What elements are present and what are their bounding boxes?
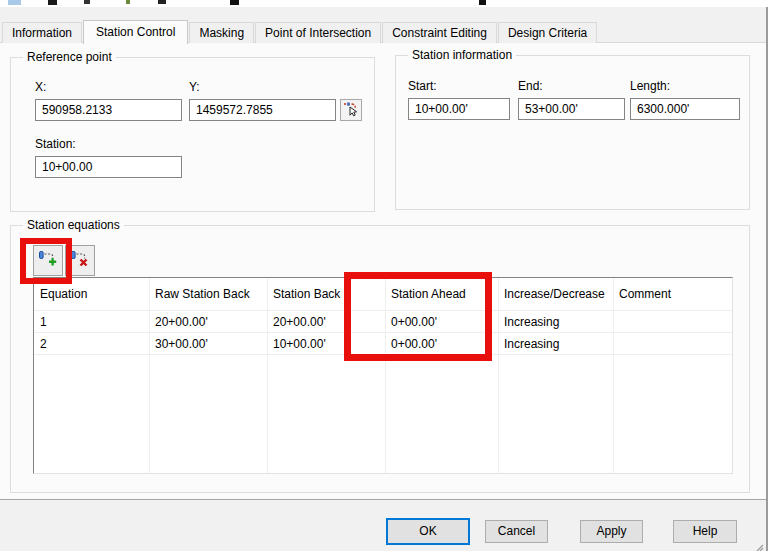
group-title: Station equations — [23, 218, 124, 232]
cell-station-ahead[interactable]: 0+00.00' — [385, 311, 498, 332]
tab-masking[interactable]: Masking — [189, 22, 254, 43]
column-divider — [267, 278, 268, 473]
station-control-dialog: Information Station Control Masking Poin… — [0, 0, 768, 551]
length-label: Length: — [630, 79, 670, 93]
screen-edge-fragment — [158, 0, 166, 4]
y-label: Y: — [189, 80, 200, 94]
add-station-equation-button[interactable] — [33, 245, 63, 276]
column-header-raw-station-back[interactable]: Raw Station Back — [149, 278, 267, 310]
tab-bar: Information Station Control Masking Poin… — [2, 20, 598, 43]
screen-edge-fragment — [48, 0, 57, 5]
cell-station-ahead[interactable]: 0+00.00' — [385, 333, 498, 354]
screen-edge-fragment — [479, 0, 486, 5]
start-label: Start: — [408, 79, 437, 93]
column-header-station-back[interactable]: Station Back — [267, 278, 385, 310]
screen-edge-fragment — [84, 0, 90, 4]
column-divider — [385, 278, 386, 473]
column-divider — [149, 278, 150, 473]
end-label: End: — [518, 79, 543, 93]
tab-design-criteria[interactable]: Design Criteria — [498, 22, 597, 43]
screen-edge-fragment — [126, 0, 130, 4]
tab-constraint-editing[interactable]: Constraint Editing — [382, 22, 497, 43]
resize-grip[interactable] — [756, 541, 764, 549]
ok-button[interactable]: OK — [386, 518, 470, 545]
screen-edge-fragment — [8, 0, 21, 5]
pick-point-button[interactable] — [340, 99, 362, 121]
end-field[interactable]: 53+00.00' — [518, 98, 625, 120]
column-header-increase-decrease[interactable]: Increase/Decrease — [498, 278, 613, 310]
dialog-button-strip — [0, 501, 766, 551]
cell-comment[interactable] — [613, 333, 732, 354]
table-row[interactable]: 2 30+00.00' 10+00.00' 0+00.00' Increasin… — [34, 333, 732, 355]
tab-point-of-intersection[interactable]: Point of Intersection — [255, 22, 381, 43]
x-label: X: — [35, 80, 46, 94]
cell-station-back[interactable]: 20+00.00' — [267, 311, 385, 332]
cell-increase-decrease[interactable]: Increasing — [498, 311, 613, 332]
column-header-station-ahead[interactable]: Station Ahead — [385, 278, 498, 310]
cancel-button[interactable]: Cancel — [485, 520, 548, 543]
help-button[interactable]: Help — [673, 520, 737, 543]
table-row[interactable]: 1 20+00.00' 20+00.00' 0+00.00' Increasin… — [34, 311, 732, 333]
group-title: Reference point — [23, 50, 116, 64]
screen-edge-fragment — [230, 0, 239, 5]
tab-station-control[interactable]: Station Control — [83, 20, 188, 44]
screen-top-strip — [0, 0, 768, 7]
cell-station-back[interactable]: 10+00.00' — [267, 333, 385, 354]
cell-raw-station-back[interactable]: 20+00.00' — [149, 311, 267, 332]
x-field[interactable]: 590958.2133 — [35, 99, 182, 121]
length-field[interactable]: 6300.000' — [630, 98, 740, 120]
column-divider — [498, 278, 499, 473]
cell-increase-decrease[interactable]: Increasing — [498, 333, 613, 354]
add-station-equation-icon — [38, 250, 58, 271]
column-divider — [613, 278, 614, 473]
column-header-equation[interactable]: Equation — [34, 278, 149, 310]
station-information-group: Station information — [395, 55, 750, 210]
delete-station-equation-button[interactable] — [65, 245, 95, 276]
y-field[interactable]: 1459572.7855 — [189, 99, 336, 121]
table-header-row: Equation Raw Station Back Station Back S… — [34, 278, 732, 311]
cell-equation[interactable]: 2 — [34, 333, 149, 354]
pick-point-on-screen-icon — [343, 101, 359, 120]
start-field[interactable]: 10+00.00' — [408, 98, 510, 120]
column-header-comment[interactable]: Comment — [613, 278, 732, 310]
station-field[interactable]: 10+00.00 — [35, 156, 182, 178]
station-label: Station: — [35, 137, 76, 151]
apply-button[interactable]: Apply — [580, 520, 643, 543]
cell-raw-station-back[interactable]: 30+00.00' — [149, 333, 267, 354]
station-equations-table[interactable]: Equation Raw Station Back Station Back S… — [33, 277, 733, 474]
tab-information[interactable]: Information — [2, 22, 82, 43]
group-title: Station information — [408, 48, 516, 62]
delete-station-equation-icon — [70, 250, 90, 271]
cell-comment[interactable] — [613, 311, 732, 332]
cell-equation[interactable]: 1 — [34, 311, 149, 332]
